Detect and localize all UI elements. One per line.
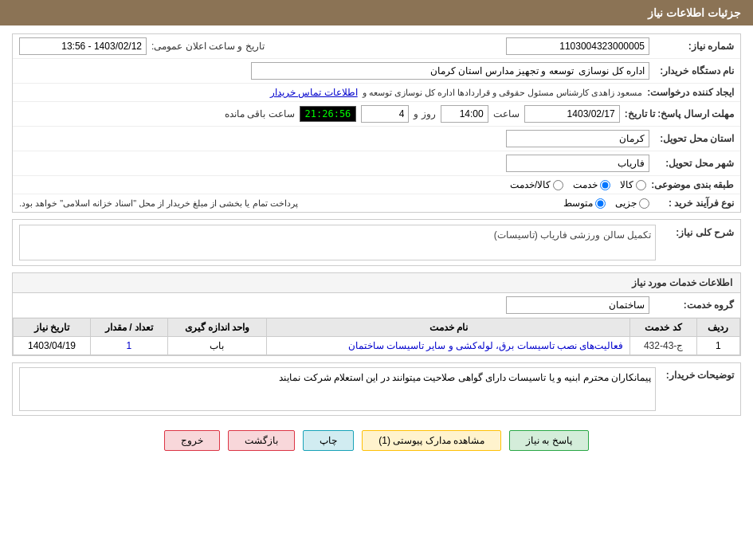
col-quantity: تعداد / مقدار [91,319,168,337]
row-buyer: نام دستگاه خریدار: [13,59,740,84]
row-province: استان محل تحویل: [13,127,740,151]
radio-khedmat[interactable] [600,180,610,190]
purchase-type-label: نوع فرآیند خرید : [654,198,734,209]
col-row: ردیف [696,319,739,337]
service-group-input[interactable] [506,296,649,314]
cell-date: 1403/04/19 [14,337,91,355]
view-docs-button[interactable]: مشاهده مدارک پیوستی (1) [362,430,501,451]
deadline-days-input[interactable] [361,105,409,123]
cell-code: ج-43-432 [630,337,697,355]
buyer-input[interactable] [251,62,649,80]
service-info-section: اطلاعات خدمات مورد نیاز گروه خدمت: ردیف … [12,272,741,356]
radio-khedmat-item: خدمت [573,179,610,190]
service-info-title: اطلاعات خدمات مورد نیاز [13,273,740,293]
deadline-time-label: ساعت [493,108,520,119]
need-number-input[interactable] [506,37,649,55]
cell-name: فعالیت‌های نصب تاسیسات برق، لوله‌کشی و س… [267,337,630,355]
buyer-label: نام دستگاه خریدار: [654,65,734,76]
print-button[interactable]: چاپ [303,430,354,451]
needs-description-section: شرح کلی نیاز: [12,219,741,266]
needs-desc-label: شرح کلی نیاز: [662,225,734,238]
province-label: استان محل تحویل: [654,133,734,144]
row-service-group: گروه خدمت: [13,293,740,318]
answer-button[interactable]: پاسخ به نیاز [509,430,589,451]
date-input[interactable] [19,37,147,55]
deadline-days-label: روز و [414,108,435,119]
table-row: 1 ج-43-432 فعالیت‌های نصب تاسیسات برق، ل… [14,337,740,355]
exit-button[interactable]: خروج [164,430,220,451]
deadline-time-input[interactable] [441,105,488,123]
page-title: جزئیات اطلاعات نیاز [648,6,741,19]
services-table: ردیف کد خدمت نام خدمت واحد اندازه گیری ت… [13,318,740,355]
timer-display: 21:26:56 [300,106,357,122]
city-label: شهر محل تحویل: [654,158,734,169]
col-name: نام خدمت [267,319,630,337]
radio-khedmat-label: خدمت [573,179,598,190]
purchase-type-radio-group: جزیی متوسط [563,198,649,209]
col-code: کد خدمت [630,319,697,337]
row-need-number: شماره نیاز: تاریخ و ساعت اعلان عمومی: [13,34,740,59]
category-radio-group: کالا خدمت کالا/خدمت [510,179,646,190]
radio-kala-khedmat-item: کالا/خدمت [510,179,563,190]
radio-jozii[interactable] [639,198,649,209]
payment-note: پرداخت تمام یا بخشی از مبلغ خریدار از مح… [19,198,298,209]
radio-kala[interactable] [636,180,646,190]
cell-unit: باب [167,337,266,355]
buyer-notes-textarea[interactable] [19,367,656,411]
buyer-notes-section: توضیحات خریدار: [12,362,741,416]
radio-motavaset[interactable] [595,198,606,209]
category-label: طبقه بندی موضوعی: [651,179,734,190]
deadline-remaining-label: ساعت باقی مانده [225,108,295,119]
needs-desc-textarea[interactable] [19,225,656,260]
buyer-notes-row: توضیحات خریدار: [13,363,740,415]
col-date: تاریخ نیاز [14,319,91,337]
col-unit: واحد اندازه گیری [167,319,266,337]
back-button[interactable]: بازگشت [228,430,295,451]
content-area: شماره نیاز: تاریخ و ساعت اعلان عمومی: نا… [0,25,753,467]
radio-motavaset-label: متوسط [563,198,593,209]
row-city: شهر محل تحویل: [13,151,740,176]
deadline-label: مهلت ارسال پاسخ: تا تاریخ: [625,108,734,119]
radio-motavaset-item: متوسط [563,198,606,209]
deadline-date-input[interactable] [524,105,620,123]
date-label: تاریخ و ساعت اعلان عمومی: [151,41,265,52]
creator-value: مسعود زاهدی کارشناس مسئول حقوقی و قراردا… [363,88,643,98]
cell-row: 1 [696,337,739,355]
buyer-notes-label: توضیحات خریدار: [662,367,734,381]
radio-kala-item: کالا [620,179,646,190]
radio-kala-label: کالا [620,179,633,190]
cell-quantity: 1 [91,337,168,355]
city-input[interactable] [506,155,649,172]
radio-jozii-label: جزیی [615,198,637,209]
page-header: جزئیات اطلاعات نیاز [0,0,753,25]
creator-label: ایجاد کننده درخواست: [647,87,734,98]
row-deadline: مهلت ارسال پاسخ: تا تاریخ: ساعت روز و 21… [13,102,740,127]
row-category: طبقه بندی موضوعی: کالا خدمت کالا/خدمت [13,176,740,194]
creator-link[interactable]: اطلاعات تماس خریدار [270,87,358,98]
row-purchase-type: نوع فرآیند خرید : جزیی متوسط پرداخت تمام… [13,194,740,212]
radio-kala-khedmat[interactable] [553,180,563,190]
row-creator: ایجاد کننده درخواست: مسعود زاهدی کارشناس… [13,84,740,102]
radio-kala-khedmat-label: کالا/خدمت [510,179,551,190]
province-input[interactable] [506,130,649,147]
page-wrapper: جزئیات اطلاعات نیاز شماره نیاز: تاریخ و … [0,0,753,560]
need-number-label: شماره نیاز: [654,41,734,52]
action-buttons-row: پاسخ به نیاز مشاهده مدارک پیوستی (1) چاپ… [12,422,741,459]
main-form-section: شماره نیاز: تاریخ و ساعت اعلان عمومی: نا… [12,33,741,213]
service-group-label: گروه خدمت: [654,300,734,311]
radio-jozii-item: جزیی [615,198,649,209]
